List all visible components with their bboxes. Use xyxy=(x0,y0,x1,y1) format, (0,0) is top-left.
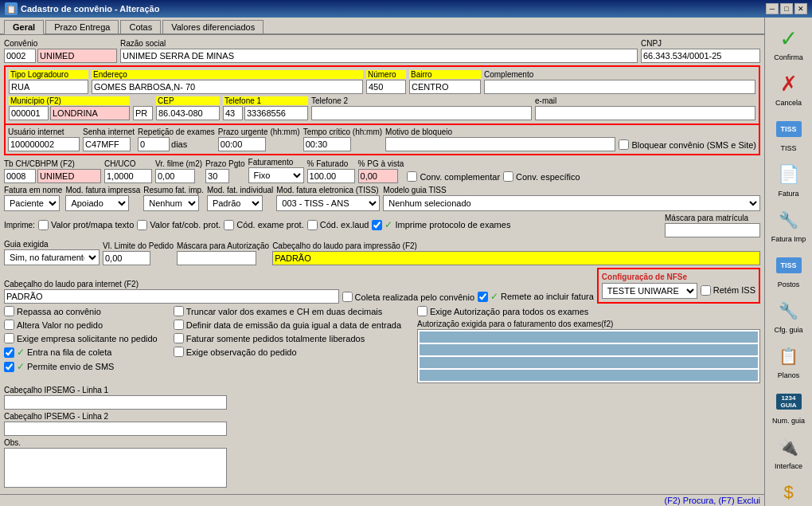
numero-input[interactable]: 450 xyxy=(366,80,406,94)
confirma-button[interactable]: ✓ Confirma xyxy=(768,21,810,65)
mascara-autorizacao-label: Máscara para Autorização xyxy=(177,241,269,250)
email-input[interactable] xyxy=(535,106,755,120)
tipo-logradouro-input[interactable]: RUA xyxy=(9,80,88,94)
tb-ch-label: Tb CH/CBHPM (F2) xyxy=(4,159,101,168)
cabecalho-laudo-internet-input[interactable]: PADRÃO xyxy=(4,289,339,304)
coleta-realizada-checkbox[interactable] xyxy=(342,292,353,302)
bairro-input[interactable]: CENTRO xyxy=(409,80,481,94)
cep-input[interactable]: 86.043-080 xyxy=(156,106,220,120)
mod-fat-impressa-select[interactable]: Apoiado xyxy=(65,195,129,211)
cod-exame-prot-checkbox[interactable] xyxy=(224,220,234,230)
fatura-imp-label: Fatura Imp xyxy=(771,235,806,243)
cabecalho-ipsemg-l2-input[interactable] xyxy=(4,422,227,436)
usuario-internet-input[interactable]: 100000002 xyxy=(8,137,80,151)
modelo-guia-tiss-select[interactable]: Nenhum selecionado xyxy=(383,195,760,211)
status-bar: (F2) Procura, (F7) Exclui xyxy=(0,494,764,506)
cnpj-input[interactable]: 66.343.534/0001-25 xyxy=(641,49,760,63)
fatura-imp-button[interactable]: 🔧 Fatura Imp xyxy=(768,202,810,246)
complemento-input[interactable] xyxy=(484,80,755,94)
vr-filme-input[interactable]: 0,00 xyxy=(155,169,195,183)
repeticao-exames-label: Repetição de exames xyxy=(138,127,215,136)
tab-geral[interactable]: Geral xyxy=(4,20,44,34)
tab-valores-diferenciados[interactable]: Valores diferenciados xyxy=(162,20,264,33)
autorizacao-exigida-list[interactable] xyxy=(417,329,760,383)
email-label: e-mail xyxy=(535,96,755,105)
tab-prazo-entrega[interactable]: Prazo Entrega xyxy=(45,20,119,33)
cancela-button[interactable]: ✗ Cancela xyxy=(768,66,810,110)
conv-especifico-checkbox[interactable] xyxy=(503,171,513,182)
altera-valor-pedido-checkbox[interactable] xyxy=(4,320,14,330)
tb-ch-code[interactable]: 0008 xyxy=(4,169,36,183)
close-button[interactable]: ✕ xyxy=(794,3,807,14)
interface-label: Interface xyxy=(775,462,802,470)
guia-exigida-select[interactable]: Sim, no faturamento xyxy=(4,249,100,265)
tb-ch-name[interactable]: UNIMED xyxy=(37,169,101,183)
faturar-somente-checkbox[interactable] xyxy=(174,333,184,343)
senha-internet-input[interactable]: C47MFF xyxy=(83,137,131,151)
check-icon: ✓ xyxy=(775,24,803,53)
entra-fila-coleta-checkbox[interactable] xyxy=(4,347,14,358)
telefone1-number[interactable]: 33368556 xyxy=(244,106,308,120)
cod-ex-laud-checkbox[interactable] xyxy=(307,220,318,230)
mascara-autorizacao-input[interactable] xyxy=(177,251,256,265)
municipio-code[interactable]: 000001 xyxy=(9,106,49,120)
motivo-bloqueio-input[interactable] xyxy=(385,137,615,151)
conv-especifico-label: Conv. específico xyxy=(516,172,580,182)
cfg-guia-button[interactable]: 🔧 Cfg. guia xyxy=(768,293,810,337)
perc-faturado-input[interactable]: 100.00 xyxy=(307,169,355,183)
uf-input[interactable]: PR xyxy=(133,106,153,120)
tiss-button[interactable]: TISS TISS xyxy=(768,112,810,155)
definir-data-emissao-checkbox[interactable] xyxy=(174,320,184,330)
bloqueio-sms-checkbox[interactable] xyxy=(619,139,629,150)
endereco-input[interactable]: GOMES BARBOSA,N- 70 xyxy=(92,80,363,94)
exige-empresa-checkbox[interactable] xyxy=(4,333,14,343)
remete-incluir-fatura-checkbox[interactable] xyxy=(478,292,488,302)
num-guia-button[interactable]: 1234GUIA Num. guia xyxy=(768,384,810,428)
valor-fat-cob-checkbox[interactable] xyxy=(137,220,147,230)
perc-pg-vista-input[interactable]: 0,00 xyxy=(358,169,398,183)
faturamento-select[interactable]: Fixo xyxy=(248,167,304,183)
prazo-urgente-input[interactable]: 00:00 xyxy=(218,137,266,151)
truncar-valor-checkbox[interactable] xyxy=(174,306,184,316)
telefone2-input[interactable] xyxy=(311,106,532,120)
cabecalho-ipsemg-l1-input[interactable] xyxy=(4,395,227,410)
tab-cotas[interactable]: Cotas xyxy=(120,20,161,33)
postos-button[interactable]: TISS Postos xyxy=(768,248,810,292)
convenio-name[interactable]: UNIMED xyxy=(37,49,117,63)
razao-social-input[interactable]: UNIMED SERRA DE MINAS xyxy=(120,49,638,63)
exige-empresa-label: Exige empresa solicitante no pedido xyxy=(17,334,158,343)
repeticao-exames-input[interactable]: 0 xyxy=(138,137,170,151)
ch-uco-input[interactable]: 1,0000 xyxy=(104,169,152,183)
fatura-button[interactable]: 📄 Fatura xyxy=(768,157,810,201)
vr-filme-label: Vr. filme (m2) xyxy=(155,159,202,168)
convenio-code[interactable]: 0002 xyxy=(4,49,36,63)
telefone1-ddd[interactable]: 43 xyxy=(223,106,243,120)
municipio-name[interactable]: LONDRINA xyxy=(50,106,130,120)
impostos-button[interactable]: $ Impostos xyxy=(768,475,810,506)
imprime-protocolo-checkbox[interactable] xyxy=(372,220,382,230)
retem-iss-checkbox[interactable] xyxy=(701,285,711,296)
valor-prot-mapa-checkbox[interactable] xyxy=(38,220,49,230)
obs-textarea[interactable] xyxy=(4,448,227,488)
mascara-matricula-input[interactable] xyxy=(665,223,760,237)
repassa-convenio-checkbox[interactable] xyxy=(4,306,14,316)
minimize-button[interactable]: ─ xyxy=(766,3,779,14)
definir-data-emissao-label: Definir data de emissão da guia igual a … xyxy=(186,320,401,330)
interface-button[interactable]: 🔌 Interface xyxy=(768,430,810,473)
tempo-critico-input[interactable]: 00:30 xyxy=(303,137,351,151)
mod-fat-individual-select[interactable]: Padrão xyxy=(207,195,263,211)
conv-complementar-checkbox[interactable] xyxy=(407,171,417,182)
x-icon: ✗ xyxy=(775,69,803,98)
fat-em-nome-select[interactable]: Paciente xyxy=(4,195,60,211)
resumo-fat-imp-select[interactable]: Nenhum xyxy=(143,195,199,211)
permite-envio-sms-checkbox[interactable] xyxy=(4,362,14,372)
vl-limite-pedido-input[interactable]: 0,00 xyxy=(103,251,150,265)
planos-button[interactable]: 📋 Planos xyxy=(768,339,810,382)
cabecalho-laudo-input[interactable]: PADRÃO xyxy=(272,251,760,265)
config-nfse-select[interactable]: TESTE UNIWARE xyxy=(602,283,697,299)
maximize-button[interactable]: □ xyxy=(780,3,793,14)
prazo-pgto-input[interactable]: 30 xyxy=(205,169,229,183)
exige-observacao-checkbox[interactable] xyxy=(174,347,184,357)
exige-autorizacao-checkbox[interactable] xyxy=(417,306,427,316)
mod-fat-eletronica-select[interactable]: 003 - TISS - ANS xyxy=(276,195,380,211)
